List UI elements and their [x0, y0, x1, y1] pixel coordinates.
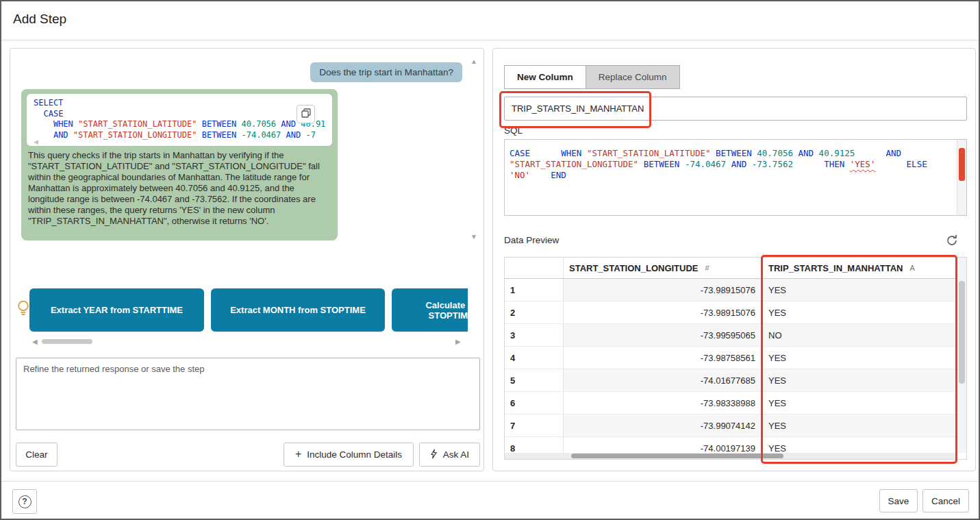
sql-editor[interactable]: CASE WHEN "START_STATION_LATITUDE" BETWE…	[504, 139, 967, 216]
include-column-details-label: Include Column Details	[307, 449, 402, 460]
longitude-cell: -73.99595065	[564, 324, 763, 347]
copy-button[interactable]	[297, 105, 315, 123]
suggestion-button[interactable]: Extract YEAR from STARTTIME	[29, 288, 204, 332]
manhattan-cell: NO	[763, 324, 957, 347]
sql-snippet-card: SELECT CASE WHEN "START_STATION_LATITUDE…	[27, 94, 332, 146]
question-icon: ?	[18, 495, 32, 508]
table-row: 6-73.98338988YES	[505, 392, 966, 414]
column-editor-panel: New Column Replace Column SQL CASE WHEN …	[492, 48, 976, 471]
copy-icon	[301, 108, 311, 120]
sql-editor-code: CASE WHEN "START_STATION_LATITUDE" BETWE…	[510, 148, 953, 181]
row-number-cell: 4	[505, 347, 564, 369]
lightning-icon	[430, 449, 438, 461]
ask-ai-button[interactable]: Ask AI	[419, 443, 480, 467]
row-number-cell: 1	[505, 279, 564, 301]
tab-new-column[interactable]: New Column	[504, 65, 586, 89]
carousel-right-icon[interactable]: ▶	[455, 338, 461, 345]
table-row: 4-73.98758561YES	[505, 347, 966, 369]
dialog-footer: ? Save Cancel	[1, 481, 979, 520]
page-title: Add Step	[13, 12, 66, 27]
longitude-cell: -73.98915076	[564, 279, 763, 301]
scroll-down-icon[interactable]: ▼	[470, 234, 477, 240]
row-number-cell: 2	[505, 301, 564, 324]
row-number-header	[505, 258, 564, 278]
error-marker	[959, 148, 965, 181]
scrollbar-thumb[interactable]	[959, 281, 965, 384]
save-button[interactable]: Save	[879, 489, 918, 512]
manhattan-cell: YES	[763, 369, 957, 392]
row-number-cell: 5	[505, 369, 564, 392]
scroll-up-icon[interactable]: ▲	[470, 58, 477, 65]
ai-response-bubble: SELECT CASE WHEN "START_STATION_LATITUDE…	[21, 89, 338, 240]
column-header-manhattan-label: TRIP_STARTS_IN_MANHATTAN	[768, 263, 903, 273]
code-scroll-left-icon[interactable]: ◀	[34, 138, 38, 145]
clear-button[interactable]: Clear	[16, 443, 58, 467]
column-header-longitude-label: START_STATION_LONGITUDE	[569, 263, 699, 273]
longitude-cell: -74.01677685	[564, 369, 763, 392]
lightbulb-icon	[16, 299, 30, 320]
refresh-icon[interactable]	[944, 232, 960, 249]
column-header-longitude[interactable]: START_STATION_LONGITUDE #	[564, 258, 763, 278]
row-number-cell: 3	[505, 324, 564, 347]
row-number-cell: 7	[505, 414, 564, 437]
carousel-left-icon[interactable]: ◀	[32, 338, 38, 345]
table-vertical-scrollbar[interactable]	[957, 258, 966, 453]
column-name-input[interactable]	[504, 97, 967, 121]
scrollbar-thumb[interactable]	[571, 454, 783, 458]
add-step-dialog: Add Step Does the trip start in Manhatta…	[0, 0, 980, 520]
ask-ai-label: Ask AI	[443, 449, 469, 460]
table-row: 3-73.99595065NO	[505, 324, 966, 347]
help-button[interactable]: ?	[12, 489, 37, 514]
manhattan-cell: YES	[763, 347, 957, 369]
manhattan-cell: YES	[763, 392, 957, 414]
table-row: 2-73.98915076YES	[505, 301, 966, 324]
cancel-button[interactable]: Cancel	[922, 489, 969, 512]
table-row: 5-74.01677685YES	[505, 369, 966, 392]
manhattan-cell: YES	[763, 414, 957, 437]
longitude-cell: -73.98758561	[564, 347, 763, 369]
number-type-icon: #	[705, 264, 709, 272]
table-header-row: START_STATION_LONGITUDE # TRIP_STARTS_IN…	[505, 258, 966, 279]
plus-icon: +	[295, 448, 301, 460]
longitude-cell: -73.99074142	[564, 414, 763, 437]
assistant-sql-code: SELECT CASE WHEN "START_STATION_LATITUDE…	[34, 98, 325, 140]
text-type-icon: A	[909, 264, 914, 272]
column-mode-tabs: New Column Replace Column	[504, 65, 680, 89]
carousel-scrollbar[interactable]	[42, 339, 92, 344]
row-number-cell: 6	[505, 392, 564, 414]
refine-input[interactable]	[16, 358, 480, 430]
table-row: 7-73.99074142YES	[505, 414, 966, 437]
preview-table-body: 1-73.98915076YES2-73.98915076YES3-73.995…	[505, 279, 966, 460]
ai-explanation-text: This query checks if the trip starts in …	[28, 150, 328, 227]
dialog-header: Add Step	[1, 1, 979, 40]
table-horizontal-scrollbar[interactable]	[505, 453, 957, 459]
table-row: 1-73.98915076YES	[505, 279, 966, 301]
manhattan-cell: YES	[763, 279, 957, 301]
suggestion-button[interactable]: Calculate differe STOPTIME and	[392, 288, 468, 332]
manhattan-cell: YES	[763, 301, 957, 324]
tab-replace-column[interactable]: Replace Column	[586, 65, 680, 89]
data-preview-table: START_STATION_LONGITUDE # TRIP_STARTS_IN…	[504, 257, 967, 460]
data-preview-label: Data Preview	[504, 235, 559, 245]
suggestion-button[interactable]: Extract MONTH from STOPTIME	[211, 288, 385, 332]
sql-editor-scrollbar[interactable]	[957, 140, 966, 215]
sql-label: SQL	[504, 125, 523, 136]
user-message-bubble: Does the trip start in Manhattan?	[310, 62, 462, 82]
longitude-cell: -73.98915076	[564, 301, 763, 324]
include-column-details-button[interactable]: + Include Column Details	[284, 443, 414, 467]
suggestion-list: Extract YEAR from STARTTIMEExtract MONTH…	[29, 288, 468, 332]
column-header-manhattan[interactable]: TRIP_STARTS_IN_MANHATTAN A	[763, 258, 957, 278]
longitude-cell: -73.98338988	[564, 392, 763, 414]
ai-assistant-panel: Does the trip start in Manhattan? ▲ ▼ ◀ …	[10, 48, 484, 471]
